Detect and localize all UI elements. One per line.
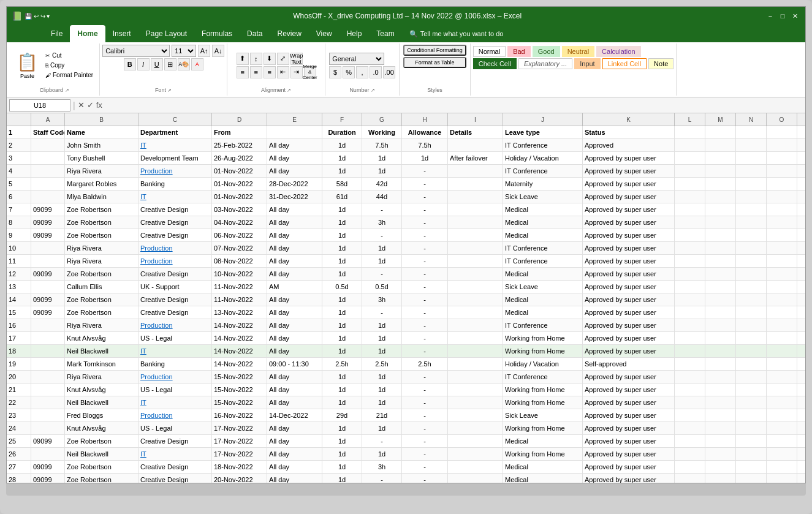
cell[interactable] [797, 474, 805, 483]
cell[interactable]: 1d [402, 152, 448, 164]
cell[interactable]: All day [267, 306, 322, 319]
table-row[interactable]: 809099Zoe RobertsonCreative Design04-Nov… [7, 216, 805, 229]
cell[interactable] [705, 371, 736, 383]
cell[interactable]: Maternity [503, 178, 583, 190]
cell[interactable] [675, 409, 705, 421]
cell[interactable]: IT Conference [503, 139, 583, 151]
cell[interactable] [705, 229, 736, 241]
cell[interactable]: 61d [322, 191, 362, 203]
table-row[interactable]: 2John SmithIT25-Feb-2022All day1d7.5h7.5… [7, 139, 805, 152]
cell[interactable] [797, 178, 805, 190]
cell[interactable]: Staff Code [31, 126, 65, 138]
cell[interactable] [797, 255, 805, 267]
restore-button[interactable]: □ [777, 10, 788, 21]
cell[interactable]: Zoe Robertson [65, 435, 138, 447]
cell[interactable]: - [402, 216, 448, 229]
cell[interactable]: Medical [503, 203, 583, 216]
cell[interactable] [705, 126, 736, 138]
cell[interactable] [705, 474, 736, 483]
table-row[interactable]: 24Knut AlvsvågUS - Legal17-Nov-2022All d… [7, 422, 805, 435]
col-header-g[interactable]: G [362, 113, 402, 126]
cell[interactable]: Riya Rivera [65, 319, 138, 331]
cell[interactable] [797, 216, 805, 229]
cell[interactable]: 1d [322, 165, 362, 177]
cell[interactable]: Callum Ellis [65, 281, 138, 293]
cell[interactable]: 1d [322, 319, 362, 331]
cell[interactable]: IT [138, 139, 212, 151]
cell[interactable]: Sick Leave [503, 281, 583, 293]
cell[interactable] [767, 409, 797, 421]
cell[interactable] [767, 268, 797, 280]
cell[interactable]: All day [267, 474, 322, 483]
cell[interactable] [767, 345, 797, 357]
cell[interactable]: - [402, 409, 448, 421]
cell[interactable]: Neil Blackwell [65, 345, 138, 357]
cell[interactable]: 24 [7, 422, 31, 434]
cell[interactable]: 09099 [31, 293, 65, 306]
cell[interactable] [705, 293, 736, 306]
cell[interactable]: All day [267, 332, 322, 344]
cell[interactable] [31, 409, 65, 421]
cell[interactable]: 28 [7, 474, 31, 483]
cell[interactable] [736, 152, 767, 164]
cell[interactable]: - [362, 203, 402, 216]
cell[interactable]: 1d [322, 435, 362, 447]
cell[interactable]: Creative Design [138, 435, 212, 447]
format-as-table-button[interactable]: Format as Table [403, 57, 466, 68]
cell[interactable]: All day [267, 216, 322, 229]
cell[interactable]: - [402, 293, 448, 306]
cell[interactable]: Approved by super user [583, 306, 675, 319]
font-name-select[interactable]: Calibri [102, 45, 170, 57]
cell[interactable] [675, 358, 705, 370]
cell[interactable]: Approved by super user [583, 345, 675, 357]
wrap-text-button[interactable]: Wrap Text [290, 53, 303, 65]
cell[interactable]: 1d [322, 474, 362, 483]
cell[interactable] [675, 474, 705, 483]
table-row[interactable]: 2509099Zoe RobertsonCreative Design17-No… [7, 435, 805, 448]
cell[interactable] [736, 139, 767, 151]
cell[interactable]: Approved by super user [583, 409, 675, 421]
cell[interactable]: Zoe Robertson [65, 306, 138, 319]
cell[interactable]: Approved by super user [583, 435, 675, 447]
cell[interactable] [448, 371, 503, 383]
cell[interactable]: - [402, 319, 448, 331]
cell[interactable] [797, 126, 805, 138]
cell[interactable]: All day [267, 371, 322, 383]
cell[interactable] [705, 203, 736, 216]
cell[interactable] [767, 358, 797, 370]
style-input[interactable]: Input [574, 58, 600, 69]
cell[interactable] [448, 306, 503, 319]
cell[interactable]: 44d [362, 191, 402, 203]
cell[interactable] [705, 345, 736, 357]
cell[interactable] [797, 332, 805, 344]
cell[interactable]: - [402, 242, 448, 254]
col-header-o[interactable]: O [767, 113, 797, 126]
cell[interactable]: 15-Nov-2022 [212, 371, 267, 383]
cell[interactable]: Creative Design [138, 474, 212, 483]
cell[interactable]: Working from Home [503, 332, 583, 344]
cell[interactable]: 14-Nov-2022 [212, 358, 267, 370]
cell[interactable]: 3 [7, 152, 31, 164]
cell[interactable]: Medical [503, 268, 583, 280]
cell[interactable] [675, 281, 705, 293]
cell[interactable] [767, 319, 797, 331]
cell[interactable] [797, 203, 805, 216]
col-header-d[interactable]: D [212, 113, 267, 126]
cell[interactable]: Approved by super user [583, 203, 675, 216]
cell[interactable]: 14 [7, 293, 31, 306]
cell[interactable] [705, 422, 736, 434]
cell[interactable]: US - Legal [138, 332, 212, 344]
cell[interactable] [448, 216, 503, 229]
cell[interactable] [797, 268, 805, 280]
col-header-j[interactable]: J [503, 113, 583, 126]
cell[interactable] [448, 293, 503, 306]
cell[interactable] [448, 384, 503, 396]
cell[interactable] [736, 191, 767, 203]
cell[interactable]: Creative Design [138, 229, 212, 241]
table-row[interactable]: 1409099Zoe RobertsonCreative Design11-No… [7, 293, 805, 306]
cell[interactable] [448, 242, 503, 254]
cell[interactable]: - [402, 448, 448, 460]
cell[interactable]: Production [138, 319, 212, 331]
cell[interactable]: 27 [7, 461, 31, 473]
table-row[interactable]: 22Neil BlackwellIT15-Nov-2022All day1d1d… [7, 396, 805, 409]
